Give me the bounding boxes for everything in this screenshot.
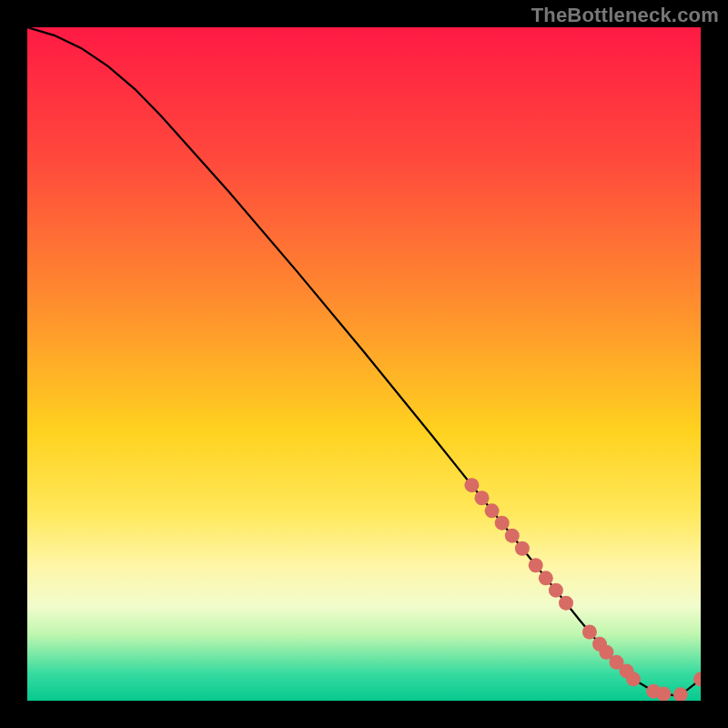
- app-frame: TheBottleneck.com: [0, 0, 728, 728]
- data-point: [549, 583, 563, 598]
- data-point: [505, 529, 520, 543]
- data-point: [656, 687, 671, 701]
- gradient-background: [27, 27, 701, 701]
- data-point: [464, 478, 479, 492]
- data-point: [539, 571, 553, 585]
- chart-svg: [27, 27, 701, 701]
- data-point: [485, 503, 500, 518]
- data-point: [515, 541, 530, 556]
- data-point: [529, 558, 543, 572]
- data-point: [582, 625, 597, 640]
- data-point: [626, 672, 641, 686]
- data-point: [475, 490, 490, 505]
- chart-area: [27, 27, 701, 701]
- data-point: [559, 596, 573, 611]
- watermark-text: TheBottleneck.com: [531, 4, 719, 27]
- data-point: [495, 516, 510, 531]
